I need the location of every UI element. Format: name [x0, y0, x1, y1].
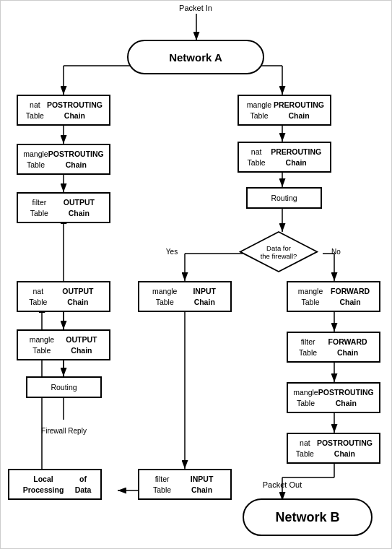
firewall-decision: Data for the firewall? — [239, 230, 318, 274]
arrows-svg — [1, 1, 391, 548]
routing-left: Routing — [26, 376, 102, 398]
mangle-postrouting-right: mangle Table POSTROUTING Chain — [287, 382, 380, 413]
mangle-prerouting: mangle Table PREROUTING Chain — [238, 95, 331, 126]
mangle-forward: mangle Table FORWARD Chain — [287, 281, 380, 312]
nat-postrouting-right: nat Table POSTROUTING Chain — [287, 433, 380, 464]
mangle-output: mangle Table OUTPUT Chain — [17, 329, 110, 360]
nat-output: nat Table OUTPUT Chain — [17, 281, 110, 312]
routing-right: Routing — [246, 187, 322, 209]
diagram-container: Packet In Network A nat Table POSTROUTIN… — [0, 0, 392, 549]
nat-prerouting: nat Table PREROUTING Chain — [238, 142, 331, 173]
packet-out-label: Packet Out — [253, 480, 311, 489]
no-label: No — [327, 248, 345, 256]
network-b-node: Network B — [239, 499, 376, 535]
firewall-reply-label: Firewall Reply — [26, 427, 102, 435]
packet-in-label: Packet In — [167, 4, 225, 12]
filter-forward: filter Table FORWARD Chain — [287, 332, 380, 363]
network-a-node: Network A — [127, 43, 264, 72]
filter-input: filter Table INPUT Chain — [138, 469, 232, 500]
yes-label: Yes — [161, 248, 183, 256]
local-processing: Local Processing of Data — [8, 469, 102, 500]
mangle-input: mangle Table INPUT Chain — [138, 281, 232, 312]
nat-postrouting-left: nat Table POSTROUTING Chain — [17, 95, 110, 126]
mangle-postrouting-left: mangle Table POSTROUTING Chain — [17, 144, 110, 175]
filter-output: filter Table OUTPUT Chain — [17, 192, 110, 223]
